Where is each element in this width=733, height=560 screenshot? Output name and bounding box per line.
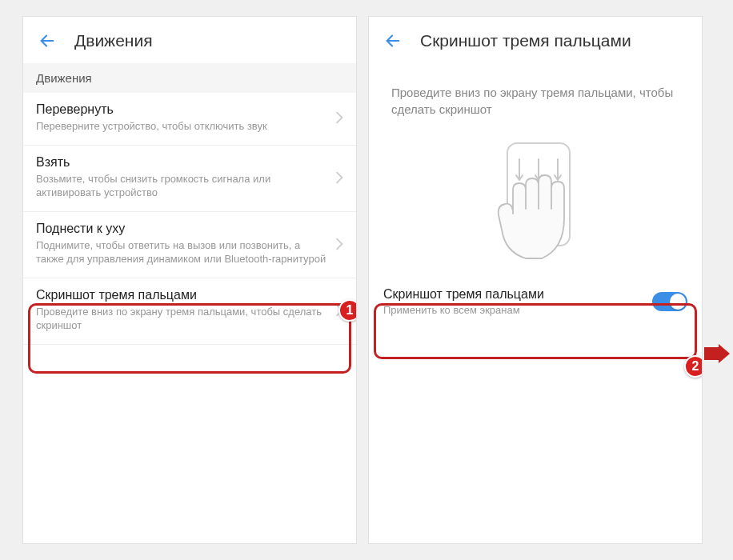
item-subtitle: Переверните устройство, чтобы отключить …: [36, 119, 329, 134]
chevron-right-icon: [335, 171, 343, 184]
item-title: Скриншот тремя пальцами: [36, 288, 329, 302]
description-text: Проведите вниз по экрану тремя пальцами,…: [369, 63, 702, 132]
hand-swipe-icon: [463, 137, 607, 273]
screen-motions: Движения Движения Перевернуть Перевернит…: [22, 16, 357, 544]
item-subtitle: Поднимите, чтобы ответить на вызов или п…: [36, 238, 329, 266]
item-subtitle: Возьмите, чтобы снизить громкость сигнал…: [36, 172, 329, 200]
page-title: Скриншот тремя пальцами: [420, 31, 631, 50]
item-title: Взять: [36, 155, 329, 170]
screen-three-finger-screenshot: Скриншот тремя пальцами Проведите вниз п…: [368, 16, 703, 544]
arrow-left-icon: [384, 32, 402, 50]
toggle-three-finger-screenshot: Скриншот тремя пальцами Применить ко все…: [369, 276, 702, 327]
gesture-illustration: [369, 132, 702, 276]
header: Движения: [23, 17, 356, 63]
item-title: Перевернуть: [36, 102, 329, 117]
motion-item-pickup[interactable]: Взять Возьмите, чтобы снизить громкость …: [23, 146, 356, 212]
step-badge-2: 2: [684, 355, 703, 378]
item-title: Поднести к уху: [36, 222, 329, 236]
arrow-left-icon: [38, 32, 56, 50]
toggle-subtitle: Применить ко всем экранам: [383, 304, 652, 316]
motion-item-raise-to-ear[interactable]: Поднести к уху Поднимите, чтобы ответить…: [23, 212, 356, 278]
next-arrow-icon: [704, 344, 730, 363]
toggle-title: Скриншот тремя пальцами: [383, 287, 652, 302]
motion-item-flip[interactable]: Перевернуть Переверните устройство, чтоб…: [23, 93, 356, 146]
motion-item-three-finger-screenshot[interactable]: Скриншот тремя пальцами Проведите вниз п…: [23, 278, 356, 345]
chevron-right-icon: [335, 238, 343, 250]
chevron-right-icon: [335, 111, 343, 124]
section-header: Движения: [23, 63, 356, 93]
step-badge-1: 1: [338, 299, 357, 322]
toggle-switch[interactable]: [652, 292, 687, 311]
item-subtitle: Проведите вниз по экрану тремя пальцами,…: [36, 305, 329, 333]
back-button[interactable]: [38, 31, 57, 50]
switch-knob: [670, 294, 686, 310]
header: Скриншот тремя пальцами: [369, 17, 702, 63]
page-title: Движения: [74, 31, 153, 50]
back-button[interactable]: [383, 31, 403, 50]
svg-marker-6: [704, 344, 730, 363]
